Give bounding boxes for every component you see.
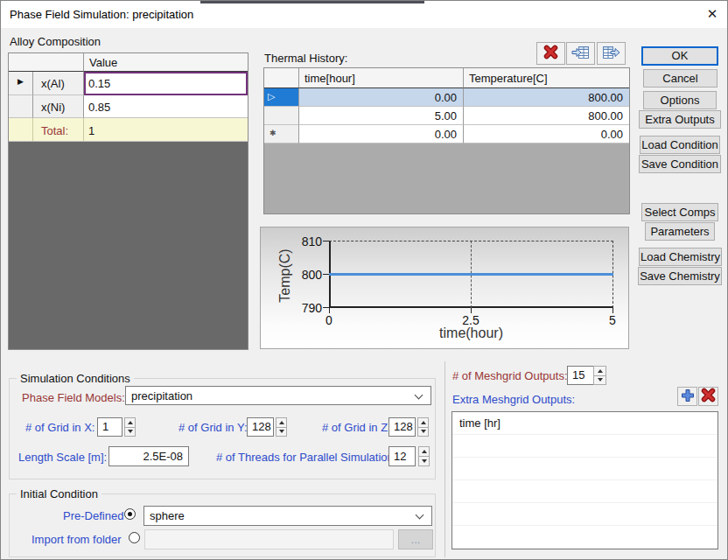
y-tick-label: 800 [292, 268, 322, 282]
add-output-button[interactable] [677, 387, 697, 406]
list-item [452, 458, 718, 480]
load-condition-button[interactable]: Load Condition [640, 136, 720, 154]
extra-meshgrid-outputs-list: time [hr] [452, 411, 718, 550]
alloy-composition-table: Value ▶ x(Al) 0.15 x(Ni) 0.85 Total: 1 [8, 52, 248, 350]
export-table-button[interactable] [597, 42, 626, 65]
spin-down-button[interactable] [276, 427, 286, 437]
import-from-folder-radio[interactable] [129, 532, 140, 543]
select-comps-button[interactable]: Select Comps [641, 203, 718, 221]
chart-y-axis-label: Temp(C) [277, 236, 293, 315]
delete-cross-icon [701, 388, 716, 405]
options-button[interactable]: Options [643, 91, 717, 109]
plus-icon [681, 388, 695, 405]
grid-z-label: # of Grid in Z: [322, 421, 391, 434]
thermal-table-empty-area [264, 144, 629, 214]
alloy-row-label: x(Al) [33, 72, 84, 95]
parameters-button[interactable]: Parameters [645, 222, 715, 241]
alloy-rowheader-column-header [9, 53, 84, 72]
close-button[interactable]: ✕ [699, 1, 725, 27]
window-title: Phase Field Simulation: precipitation [10, 8, 193, 21]
save-chemistry-button[interactable]: Save Chemistry [638, 267, 722, 285]
load-chemistry-button[interactable]: Load Chemistry [639, 248, 722, 266]
list-item[interactable]: time [hr] [452, 412, 718, 435]
delete-cross-icon [543, 45, 558, 62]
chevron-down-icon [415, 391, 424, 400]
length-scale-input[interactable]: 2.5E-08 [108, 446, 189, 466]
ok-button[interactable]: OK [641, 46, 718, 66]
phase-field-models-combo[interactable]: precipitation [125, 386, 431, 405]
spin-up-button[interactable] [594, 367, 606, 375]
alloy-total-label: Total: [33, 118, 84, 142]
export-from-table-icon [602, 46, 620, 62]
y-tick-label: 810 [292, 234, 322, 248]
alloy-value-cell-al[interactable]: 0.15 [84, 72, 248, 95]
alloy-composition-label: Alloy Composition [10, 35, 101, 48]
import-table-button[interactable] [566, 42, 595, 65]
spin-up-button[interactable] [125, 418, 135, 427]
spin-up-button[interactable] [276, 418, 286, 427]
alloy-table-empty-area [9, 142, 248, 349]
meshgrid-count-spinner [593, 366, 606, 385]
predefined-combo[interactable]: sphere [144, 506, 432, 526]
phase-field-models-label: Phase Field Models: [22, 391, 125, 404]
thermal-time-column-header[interactable]: time[hour] [299, 68, 464, 88]
predefined-value: sphere [150, 509, 185, 522]
spin-up-button[interactable] [418, 418, 428, 427]
thermal-history-chart: Temp(C) 810 800 790 0 2.5 5 time(hour) [260, 227, 629, 349]
thermal-temperature-cell[interactable]: 0.00 [464, 125, 629, 144]
background-window-sliver [200, 1, 424, 4]
panel-divider [444, 361, 445, 557]
thermal-temperature-column-header[interactable]: Temperature[C] [464, 68, 629, 88]
grid-y-input[interactable]: 128 [247, 417, 274, 437]
y-tick [323, 241, 329, 242]
spin-down-button[interactable] [594, 375, 606, 385]
y-tick [323, 307, 329, 308]
thermal-temperature-cell[interactable]: 800.00 [464, 107, 629, 125]
initial-condition-label: Initial Condition [17, 487, 102, 500]
alloy-value-cell-ni[interactable]: 0.85 [84, 95, 248, 118]
grid-z-input[interactable]: 128 [388, 417, 416, 437]
phase-field-models-value: precipitation [131, 389, 192, 402]
cancel-button[interactable]: Cancel [643, 69, 718, 88]
thermal-row-header [264, 107, 299, 125]
length-scale-label: Length Scale [m]: [18, 451, 107, 464]
threads-label: # of Threads for Parallel Simulation : [216, 451, 400, 464]
thermal-history-table: time[hour] Temperature[C] ▷ 0.00 800.00 … [263, 67, 630, 214]
spin-down-button[interactable] [418, 427, 428, 437]
chevron-down-icon [416, 511, 424, 520]
import-into-table-icon [571, 46, 590, 62]
thermal-time-cell[interactable]: 5.00 [299, 107, 464, 125]
meshgrid-count-input[interactable]: 15 [567, 366, 594, 385]
alloy-row-label: x(Ni) [33, 95, 84, 118]
y-tick [323, 274, 329, 275]
close-icon: ✕ [707, 6, 718, 21]
grid-x-input[interactable]: 1 [97, 417, 122, 437]
spin-down-button[interactable] [419, 456, 429, 466]
grid-y-label: # of Grid in Y: [178, 421, 248, 434]
alloy-value-column-header[interactable]: Value [84, 53, 248, 72]
list-item [452, 435, 718, 458]
thermal-history-label: Thermal History: [264, 52, 347, 65]
title-bar: Phase Field Simulation: precipitation ✕ [1, 1, 727, 28]
simulation-conditions-label: Simulation Conditions [17, 372, 134, 385]
list-item [452, 503, 718, 526]
extra-meshgrid-outputs-label: Extra Meshgrid Outputs: [452, 393, 575, 406]
meshgrid-count-label: # of Meshgrid Outputs: [452, 369, 568, 382]
thermal-temperature-cell[interactable]: 800.00 [464, 88, 629, 107]
delete-row-button[interactable] [536, 42, 565, 65]
current-row-marker-icon: ▶ [9, 72, 33, 95]
spin-up-button[interactable] [419, 447, 429, 456]
threads-input[interactable]: 12 [388, 446, 416, 466]
phase-field-simulation-dialog: Phase Field Simulation: precipitation ✕ … [0, 0, 728, 560]
spin-down-button[interactable] [125, 427, 135, 437]
list-item [452, 526, 718, 549]
thermal-time-cell[interactable]: 0.00 [299, 125, 464, 144]
predefined-radio[interactable] [124, 508, 136, 520]
alloy-total-value: 1 [84, 118, 248, 142]
thermal-rowheader-column-header [264, 68, 299, 88]
save-condition-button[interactable]: Save Condition [639, 155, 721, 173]
thermal-time-cell[interactable]: 0.00 [299, 88, 464, 107]
remove-output-button[interactable] [698, 387, 718, 406]
list-item [452, 480, 718, 503]
extra-outputs-button[interactable]: Extra Outputs [639, 110, 721, 129]
